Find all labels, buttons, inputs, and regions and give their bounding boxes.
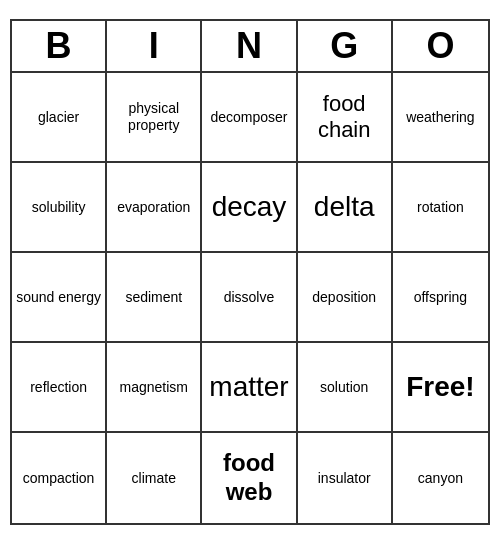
bingo-cell-16: magnetism <box>107 343 202 433</box>
header-letter-g: G <box>298 21 393 71</box>
bingo-cell-1: physical property <box>107 73 202 163</box>
bingo-cell-14: offspring <box>393 253 488 343</box>
bingo-cell-24: canyon <box>393 433 488 523</box>
bingo-cell-4: weathering <box>393 73 488 163</box>
bingo-cell-2: decomposer <box>202 73 297 163</box>
bingo-cell-0: glacier <box>12 73 107 163</box>
bingo-cell-7: decay <box>202 163 297 253</box>
bingo-cell-18: solution <box>298 343 393 433</box>
bingo-cell-15: reflection <box>12 343 107 433</box>
bingo-cell-17: matter <box>202 343 297 433</box>
bingo-grid: glacierphysical propertydecomposerfood c… <box>12 73 488 523</box>
header-letter-n: N <box>202 21 297 71</box>
bingo-cell-10: sound energy <box>12 253 107 343</box>
bingo-cell-13: deposition <box>298 253 393 343</box>
bingo-cell-11: sediment <box>107 253 202 343</box>
bingo-cell-22: food web <box>202 433 297 523</box>
bingo-cell-5: solubility <box>12 163 107 253</box>
header-letter-i: I <box>107 21 202 71</box>
bingo-cell-8: delta <box>298 163 393 253</box>
bingo-cell-20: compaction <box>12 433 107 523</box>
bingo-card: BINGO glacierphysical propertydecomposer… <box>10 19 490 525</box>
header-letter-b: B <box>12 21 107 71</box>
bingo-cell-9: rotation <box>393 163 488 253</box>
bingo-cell-23: insulator <box>298 433 393 523</box>
bingo-cell-6: evaporation <box>107 163 202 253</box>
bingo-cell-3: food chain <box>298 73 393 163</box>
bingo-cell-12: dissolve <box>202 253 297 343</box>
bingo-header: BINGO <box>12 21 488 73</box>
bingo-cell-19: Free! <box>393 343 488 433</box>
bingo-cell-21: climate <box>107 433 202 523</box>
header-letter-o: O <box>393 21 488 71</box>
